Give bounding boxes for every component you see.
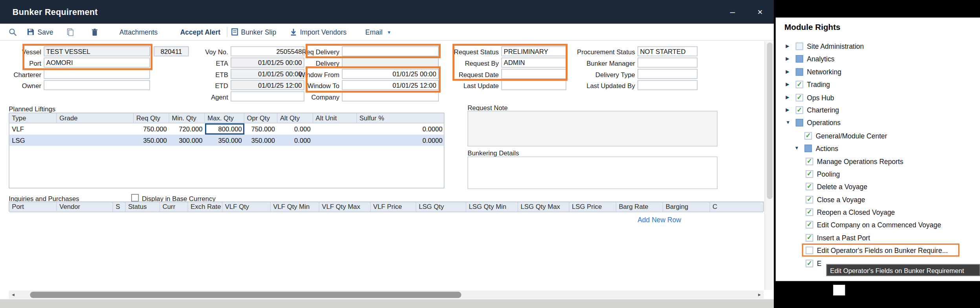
expand-collapsed-icon[interactable]: ▶ <box>786 108 789 113</box>
bunkering-details-textarea[interactable] <box>467 157 718 189</box>
column-header[interactable]: Req Qty <box>134 113 170 123</box>
checkbox-checked-icon[interactable]: ✓ <box>806 234 813 242</box>
column-header[interactable]: Min. Qty <box>169 113 205 123</box>
checkbox-checked-icon[interactable]: ✓ <box>796 94 803 101</box>
tree-item-close-a-voyage[interactable]: ✓ Close a Voyage <box>776 193 980 206</box>
column-header[interactable]: VLF Qty Min <box>271 202 319 212</box>
vertical-scrollbar[interactable] <box>764 41 773 290</box>
cell-sulfur[interactable]: 0.0000 <box>357 123 445 135</box>
checkbox-checked-icon[interactable]: ✓ <box>796 106 803 114</box>
tree-item-trading[interactable]: ▶ ✓ Trading <box>776 78 980 91</box>
checkbox-checked-icon[interactable]: ✓ <box>806 183 813 190</box>
column-header[interactable]: Grade <box>57 113 134 123</box>
cell-alt-qty[interactable]: 0.000 <box>278 135 313 146</box>
cell-type[interactable]: VLF <box>9 123 57 135</box>
tree-item-edit-operators-fields-on-bunker-requirement[interactable]: Edit Operator's Fields on Bunker Require… <box>776 244 980 257</box>
expand-expanded-icon[interactable]: ▼ <box>786 120 790 125</box>
expand-expanded-icon[interactable]: ▼ <box>795 146 799 151</box>
column-header[interactable]: S <box>113 202 126 212</box>
column-header[interactable]: Barging <box>663 202 710 212</box>
selected-cell-max-qty[interactable]: 800.000 <box>205 123 244 135</box>
cell-min-qty[interactable]: 300.000 <box>169 135 205 146</box>
request-by-input[interactable] <box>501 57 566 67</box>
cell-alt-qty[interactable]: 0.000 <box>278 123 313 135</box>
column-header[interactable]: Sulfur % <box>357 113 445 123</box>
window-from-input[interactable] <box>342 69 439 79</box>
tree-item-pooling[interactable]: ✓ Pooling <box>776 168 980 180</box>
column-header[interactable]: Alt Unit <box>313 113 357 123</box>
email-button[interactable]: Email ▼ <box>365 28 391 36</box>
cell-min-qty[interactable]: 720.000 <box>169 123 205 135</box>
scroll-left-icon[interactable]: ◄ <box>9 290 17 299</box>
expand-collapsed-icon[interactable]: ▶ <box>786 57 789 62</box>
cell-req-qty[interactable]: 750.000 <box>134 123 170 135</box>
tree-item-chartering[interactable]: ▶ ✓ Chartering <box>776 104 980 116</box>
owner-input[interactable] <box>44 80 150 90</box>
column-header[interactable]: Port <box>9 202 57 212</box>
display-base-currency-checkbox[interactable] <box>131 194 139 201</box>
checkbox-partial-icon[interactable] <box>796 55 803 63</box>
port-input[interactable] <box>44 57 150 67</box>
checkbox-partial-icon[interactable] <box>804 145 812 152</box>
column-header[interactable]: Status <box>126 202 160 212</box>
procurement-status-input[interactable] <box>637 46 698 56</box>
tree-item-delete-a-voyage[interactable]: ✓ Delete a Voyage <box>776 181 980 193</box>
checkbox-partial-icon[interactable] <box>796 119 803 127</box>
vessel-input[interactable] <box>44 46 150 56</box>
tree-item-operations[interactable]: ▼ Operations <box>776 117 980 129</box>
minimize-button[interactable]: – <box>719 0 746 24</box>
checkbox-checked-icon[interactable]: ✓ <box>806 221 813 229</box>
vertical-scrollbar-thumb[interactable] <box>767 42 772 199</box>
tree-item-site-administration[interactable]: ▶ Site Administration <box>776 40 980 53</box>
bunker-slip-button[interactable]: Bunker Slip <box>231 28 276 36</box>
expand-collapsed-icon[interactable]: ▶ <box>786 44 789 49</box>
column-header[interactable]: LSG Qty Max <box>518 202 569 212</box>
tree-item-edit-company-on-a-commenced-voyage[interactable]: ✓ Edit Company on a Commenced Voyage <box>776 219 980 231</box>
req-delivery-input[interactable] <box>342 46 439 56</box>
checkbox-checked-icon[interactable]: ✓ <box>806 196 813 203</box>
column-header[interactable]: Barg Rate <box>616 202 663 212</box>
checkbox-checked-icon[interactable]: ✓ <box>806 157 813 165</box>
column-header[interactable]: LSG Qty Min <box>466 202 518 212</box>
expand-collapsed-icon[interactable]: ▶ <box>786 95 789 100</box>
cell-type[interactable]: LSG <box>9 135 57 146</box>
table-row-selected[interactable]: LSG 350.000 300.000 350.000 350.000 0.00… <box>9 135 444 146</box>
add-new-row-link[interactable]: Add New Row <box>637 216 681 223</box>
cell-opr-qty[interactable]: 350.000 <box>244 135 277 146</box>
table-row[interactable]: VLF 750.000 720.000 800.000 750.000 0.00… <box>9 123 444 135</box>
cell-max-qty[interactable]: 350.000 <box>205 135 244 146</box>
bunker-manager-input[interactable] <box>637 57 698 67</box>
column-header[interactable]: Opr Qty <box>244 113 277 123</box>
expand-collapsed-icon[interactable]: ▶ <box>786 69 789 74</box>
search-button[interactable] <box>9 28 17 36</box>
column-header[interactable]: Type <box>9 113 57 123</box>
column-header[interactable]: Exch Rate <box>188 202 223 212</box>
copy-button[interactable] <box>67 28 74 36</box>
last-update-input[interactable] <box>501 80 566 90</box>
tree-item-ops-hub[interactable]: ▶ ✓ Ops Hub <box>776 91 980 104</box>
tree-item-networking[interactable]: ▶ Networking <box>776 66 980 78</box>
tree-item-insert-a-past-port[interactable]: ✓ Insert a Past Port <box>776 232 980 244</box>
column-header[interactable]: VLF Price <box>371 202 416 212</box>
cell-req-qty[interactable]: 350.000 <box>134 135 170 146</box>
checkbox-partial-icon[interactable] <box>796 68 803 76</box>
column-header[interactable]: VLF Qty <box>223 202 271 212</box>
checkbox-checked-icon[interactable]: ✓ <box>806 208 813 216</box>
tree-item-analytics[interactable]: ▶ Analytics <box>776 53 980 65</box>
vessel-code-input[interactable] <box>154 46 189 56</box>
expand-collapsed-icon[interactable]: ▶ <box>786 82 789 87</box>
column-header[interactable]: Alt Qty <box>278 113 313 123</box>
tree-item-reopen-a-closed-voyage[interactable]: ✓ Reopen a Closed Voyage <box>776 206 980 219</box>
tree-item-actions[interactable]: ▼ Actions <box>776 142 980 155</box>
checkbox-unchecked-icon[interactable] <box>796 42 803 50</box>
delete-button[interactable] <box>91 28 98 36</box>
request-status-input[interactable] <box>501 46 566 56</box>
delivery-type-input[interactable] <box>637 69 698 79</box>
checkbox-checked-icon[interactable]: ✓ <box>806 260 813 267</box>
horizontal-scrollbar-thumb[interactable] <box>30 291 461 298</box>
tree-item-general-module-center[interactable]: ✓ General/Module Center <box>776 129 980 142</box>
delivery-input[interactable] <box>342 57 439 67</box>
cell-alt-unit[interactable] <box>313 135 357 146</box>
horizontal-scrollbar[interactable]: ◄ ► <box>9 290 764 299</box>
column-header[interactable]: Max. Qty <box>205 113 244 123</box>
